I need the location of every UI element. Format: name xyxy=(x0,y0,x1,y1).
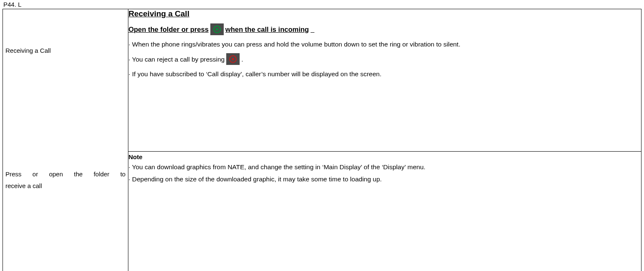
document-table: Receiving a Call Receiving a Call Open t… xyxy=(3,9,641,271)
main-heading: Receiving a Call xyxy=(128,9,641,18)
sub-heading-before: Open the folder or press xyxy=(128,26,209,34)
left-instruction-line1: Press or open the folder to xyxy=(3,152,128,181)
svg-point-1 xyxy=(216,28,218,31)
page-label: P44. L xyxy=(0,0,644,9)
bullet-3: · If you have subscribed to ‘Call displa… xyxy=(128,69,641,79)
svg-point-3 xyxy=(232,58,234,60)
left-section-title: Receiving a Call xyxy=(3,9,128,55)
call-reject-icon xyxy=(226,53,240,65)
note-line-2: · Depending on the size of the downloade… xyxy=(128,174,641,185)
note-line-1: · You can download graphics from NATE, a… xyxy=(128,162,641,173)
bullet-1: · When the phone rings/vibrates you can … xyxy=(128,39,641,49)
bullet-2-after: . xyxy=(241,54,243,64)
left-instruction-line2: receive a call xyxy=(3,180,128,192)
bullet-2: · You can reject a call by pressing . xyxy=(128,53,641,65)
sub-heading-trailing-space xyxy=(311,26,314,34)
call-answer-icon xyxy=(210,23,224,35)
sub-heading-after: when the call is incoming xyxy=(225,26,309,34)
sub-heading: Open the folder or press when the call i… xyxy=(128,23,641,35)
note-heading: Note xyxy=(128,153,641,160)
bullet-2-before: · You can reject a call by pressing xyxy=(128,54,225,64)
